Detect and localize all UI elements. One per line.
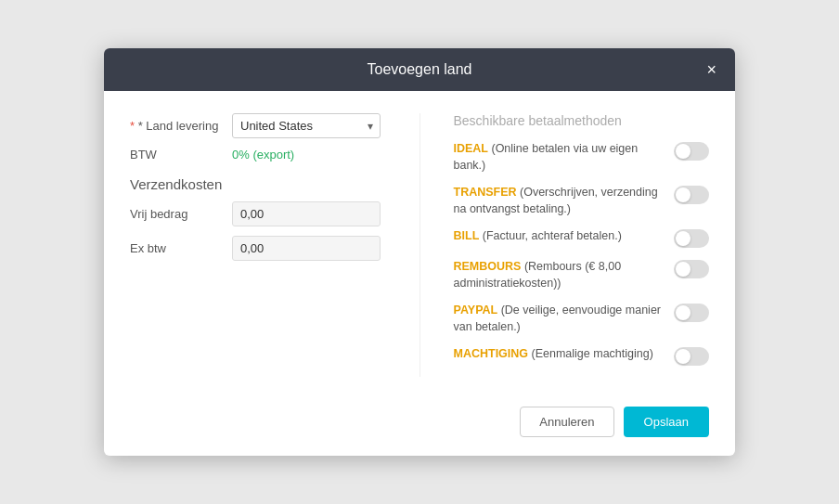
payment-label-machtiging: MACHTIGING (Eenmalige machtiging) bbox=[454, 346, 665, 363]
payment-desc-machtiging: (Eenmalige machtiging) bbox=[528, 347, 653, 360]
save-button[interactable]: Opslaan bbox=[624, 407, 709, 437]
payment-item-paypal: PAYPAL (De veilige, eenvoudige manier va… bbox=[454, 303, 710, 335]
payment-item-machtiging: MACHTIGING (Eenmalige machtiging) bbox=[454, 346, 710, 366]
toggle-paypal[interactable] bbox=[674, 304, 709, 322]
payment-name-paypal: PAYPAL bbox=[454, 304, 498, 317]
modal-overlay: Toevoegen land × * * Land levering Unite… bbox=[0, 0, 839, 504]
modal-dialog: Toevoegen land × * * Land levering Unite… bbox=[104, 48, 735, 456]
payment-methods-title: Beschikbare betaalmethoden bbox=[454, 113, 710, 128]
toggle-rembours[interactable] bbox=[674, 260, 709, 278]
land-select[interactable]: United States bbox=[232, 113, 381, 138]
toggle-ideal[interactable] bbox=[674, 142, 709, 161]
btw-label: BTW bbox=[130, 148, 232, 162]
payment-item-ideal: IDEAL (Online betalen via uw eigen bank.… bbox=[454, 141, 710, 174]
btw-row: BTW 0% (export) bbox=[130, 148, 386, 162]
payment-label-rembours: REMBOURS (Rembours (€ 8,00 administratie… bbox=[454, 259, 665, 291]
payment-label-bill: BILL (Factuur, achteraf betalen.) bbox=[454, 228, 665, 245]
modal-header: Toevoegen land × bbox=[104, 48, 735, 91]
payment-desc-bill: (Factuur, achteraf betalen.) bbox=[479, 229, 622, 242]
modal-title: Toevoegen land bbox=[368, 61, 472, 78]
payment-label-ideal: IDEAL (Online betalen via uw eigen bank.… bbox=[454, 141, 665, 174]
ex-btw-row: Ex btw bbox=[130, 236, 386, 261]
payment-name-machtiging: MACHTIGING bbox=[454, 347, 529, 360]
payment-item-rembours: REMBOURS (Rembours (€ 8,00 administratie… bbox=[454, 259, 710, 291]
modal-footer: Annuleren Opslaan bbox=[104, 395, 735, 456]
ex-btw-input[interactable] bbox=[232, 236, 381, 261]
vrij-bedrag-label: Vrij bedrag bbox=[130, 207, 232, 221]
land-label: * * Land levering bbox=[130, 119, 232, 133]
btw-value: 0% (export) bbox=[232, 148, 294, 162]
payment-label-paypal: PAYPAL (De veilige, eenvoudige manier va… bbox=[454, 303, 665, 335]
toggle-bill[interactable] bbox=[674, 229, 709, 248]
land-levering-row: * * Land levering United States bbox=[130, 113, 386, 138]
payment-item-bill: BILL (Factuur, achteraf betalen.) bbox=[454, 228, 710, 248]
land-label-text: * Land levering bbox=[138, 119, 219, 133]
payment-name-rembours: REMBOURS bbox=[454, 260, 522, 273]
vrij-bedrag-row: Vrij bedrag bbox=[130, 201, 386, 226]
left-panel: * * Land levering United States BTW 0% (… bbox=[130, 113, 386, 377]
verzendkosten-title: Verzendkosten bbox=[130, 176, 386, 192]
payment-name-bill: BILL bbox=[454, 229, 480, 242]
close-button[interactable]: × bbox=[703, 61, 720, 78]
vrij-bedrag-input[interactable] bbox=[232, 201, 381, 226]
cancel-button[interactable]: Annuleren bbox=[520, 407, 613, 437]
right-panel: Beschikbare betaalmethoden IDEAL (Online… bbox=[454, 113, 710, 377]
payment-name-transfer: TRANSFER bbox=[454, 186, 517, 199]
required-star: * bbox=[130, 119, 138, 133]
panel-divider bbox=[420, 113, 420, 377]
toggle-transfer[interactable] bbox=[674, 186, 709, 204]
payment-name-ideal: IDEAL bbox=[454, 142, 489, 155]
payment-item-transfer: TRANSFER (Overschrijven, verzending na o… bbox=[454, 185, 710, 217]
ex-btw-label: Ex btw bbox=[130, 241, 232, 255]
payment-label-transfer: TRANSFER (Overschrijven, verzending na o… bbox=[454, 185, 665, 217]
modal-body: * * Land levering United States BTW 0% (… bbox=[104, 91, 735, 395]
toggle-machtiging[interactable] bbox=[674, 347, 709, 366]
land-select-wrapper: United States bbox=[232, 113, 381, 138]
